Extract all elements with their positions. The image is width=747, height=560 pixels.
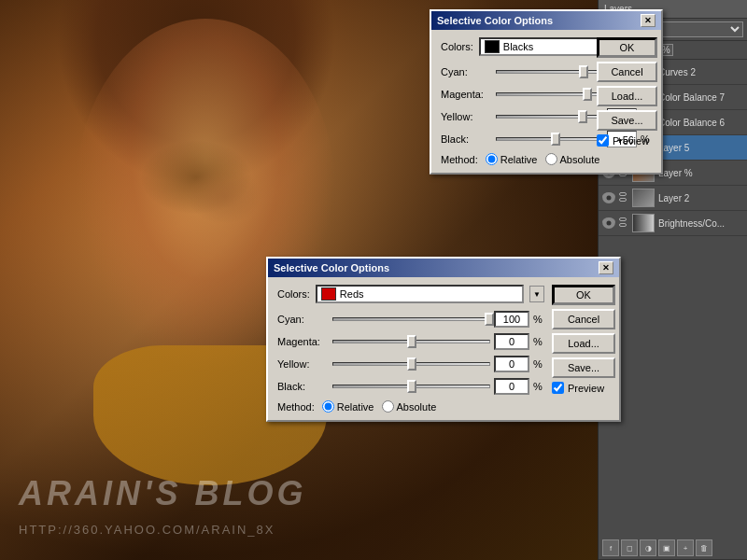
layer-name: Layer 2 bbox=[658, 193, 689, 203]
dialog2-dropdown-arrow[interactable]: ▼ bbox=[529, 286, 544, 302]
dialog1-magenta-thumb[interactable] bbox=[583, 88, 592, 101]
add-mask-btn[interactable]: ◻ bbox=[621, 539, 638, 556]
dialog2-colors-row: Colors: Reds ▼ bbox=[277, 285, 544, 303]
dialog2-black-thumb[interactable] bbox=[407, 380, 416, 393]
dialog2-title: Selective Color Options bbox=[274, 262, 389, 273]
dialog2-black-slider[interactable] bbox=[332, 385, 490, 388]
dialog2-cyan-input[interactable] bbox=[494, 311, 529, 328]
dialog1-absolute-radio[interactable] bbox=[545, 153, 557, 165]
dialog1-colors-label: Colors: bbox=[441, 41, 473, 52]
dialog2-color-name: Reds bbox=[340, 288, 518, 300]
dialog2-color-swatch bbox=[321, 287, 336, 301]
layer-item-layer2[interactable]: Layer 2 bbox=[599, 186, 747, 211]
dialog2-relative-option[interactable]: Relative bbox=[322, 400, 374, 413]
dialog1-method-row: Method: Relative Absolute bbox=[441, 153, 652, 165]
dialog1-titlebar[interactable]: Selective Color Options ✕ bbox=[431, 11, 661, 30]
dialog1-preview-checkbox[interactable] bbox=[597, 134, 609, 147]
dialog1-load-button[interactable]: Load... bbox=[597, 86, 657, 106]
dialog2-magenta-row: Magenta: % bbox=[277, 333, 544, 350]
dialog1-black-label: Black: bbox=[441, 133, 492, 145]
dialog2-yellow-percent: % bbox=[533, 358, 544, 370]
dialog2-magenta-input[interactable] bbox=[494, 333, 529, 350]
dialog1-ok-button[interactable]: OK bbox=[597, 37, 657, 58]
dialog1-magenta-slider[interactable] bbox=[496, 92, 603, 96]
dialog2-preview-checkbox[interactable] bbox=[552, 382, 564, 394]
add-layer-style-btn[interactable]: f bbox=[602, 539, 619, 556]
dialog2-black-label: Black: bbox=[277, 381, 329, 392]
watermark-url: HTTP://360.YAHOO.COM/ARAIN_8X bbox=[19, 523, 275, 537]
dialog2-black-input[interactable] bbox=[494, 378, 529, 395]
dialog1-save-button[interactable]: Save... bbox=[597, 110, 657, 131]
layer-item-brightness[interactable]: Brightness/Co... bbox=[599, 211, 747, 236]
dialog2-ok-button[interactable]: OK bbox=[552, 285, 615, 305]
dialog2-method-row: Method: Relative Absolute bbox=[277, 400, 544, 413]
dialog2-absolute-radio[interactable] bbox=[382, 400, 394, 413]
new-group-btn[interactable]: ▣ bbox=[658, 539, 675, 556]
layer-link-icon bbox=[619, 217, 628, 229]
dialog1-cyan-thumb[interactable] bbox=[579, 65, 588, 78]
layer-name: Layer % bbox=[658, 168, 693, 178]
dialog2-cyan-slider[interactable] bbox=[332, 317, 490, 321]
dialog2-preview-row: Preview bbox=[552, 382, 615, 394]
layer-actions-row: f ◻ ◑ ▣ + 🗑 bbox=[599, 537, 747, 560]
dialog2-cyan-label: Cyan: bbox=[277, 314, 329, 325]
layer-link-icon bbox=[619, 192, 628, 203]
dialog1-buttons: OK Cancel Load... Save... Preview bbox=[597, 37, 657, 150]
dialog1-preview-label: Preview bbox=[613, 135, 649, 147]
dialog1-relative-option[interactable]: Relative bbox=[486, 153, 538, 165]
dialog1-yellow-slider[interactable] bbox=[496, 115, 603, 119]
layer-visibility-icon[interactable] bbox=[602, 192, 615, 203]
dialog1-magenta-label: Magenta: bbox=[441, 89, 492, 100]
dialog2-yellow-label: Yellow: bbox=[277, 358, 329, 370]
dialog2-cyan-thumb[interactable] bbox=[485, 313, 494, 326]
dialog2-magenta-slider[interactable] bbox=[332, 340, 490, 343]
dialog2-yellow-thumb[interactable] bbox=[407, 357, 416, 371]
dialog1-cyan-slider[interactable] bbox=[496, 70, 603, 74]
layer-thumbnail bbox=[632, 189, 655, 207]
dialog1-cancel-button[interactable]: Cancel bbox=[597, 62, 657, 82]
dialog1-relative-radio[interactable] bbox=[486, 153, 498, 165]
dialog2-cyan-row: Cyan: % bbox=[277, 311, 544, 328]
dialog2-yellow-input[interactable] bbox=[494, 356, 529, 372]
dialog1-relative-label: Relative bbox=[500, 154, 538, 165]
dialog1-yellow-label: Yellow: bbox=[441, 111, 492, 122]
dialog1-yellow-thumb[interactable] bbox=[578, 110, 587, 123]
new-adjustment-btn[interactable]: ◑ bbox=[640, 539, 656, 556]
dialog2-absolute-option[interactable]: Absolute bbox=[382, 400, 437, 413]
dialog2-yellow-row: Yellow: % bbox=[277, 356, 544, 372]
selective-color-dialog-reds: Selective Color Options ✕ Colors: Reds ▼… bbox=[266, 257, 621, 422]
dialog1-absolute-option[interactable]: Absolute bbox=[545, 153, 600, 165]
dialog1-absolute-label: Absolute bbox=[560, 154, 600, 165]
layer-name: Curves 2 bbox=[658, 67, 696, 77]
dialog2-close-button[interactable]: ✕ bbox=[599, 261, 613, 274]
dialog1-black-thumb[interactable] bbox=[551, 133, 560, 146]
dialog2-magenta-thumb[interactable] bbox=[407, 335, 416, 348]
dialog2-relative-label: Relative bbox=[337, 401, 374, 413]
dialog2-load-button[interactable]: Load... bbox=[552, 333, 615, 354]
dialog2-titlebar[interactable]: Selective Color Options ✕ bbox=[268, 259, 619, 277]
delete-layer-btn[interactable]: 🗑 bbox=[696, 539, 712, 556]
layer-name: Brightness/Co... bbox=[658, 218, 725, 229]
dialog2-save-button[interactable]: Save... bbox=[552, 357, 615, 378]
dialog2-black-percent: % bbox=[533, 381, 544, 392]
layer-visibility-icon[interactable] bbox=[602, 217, 615, 229]
selective-color-dialog-blacks: Selective Color Options ✕ Colors: Blacks… bbox=[430, 9, 663, 175]
layer-thumbnail bbox=[632, 214, 655, 232]
dialog2-buttons: OK Cancel Load... Save... Preview bbox=[552, 285, 615, 398]
dialog2-relative-radio[interactable] bbox=[322, 400, 334, 413]
dialog2-colors-label: Colors: bbox=[277, 288, 310, 300]
dialog1-black-slider[interactable] bbox=[496, 137, 603, 141]
new-layer-btn[interactable]: + bbox=[677, 539, 694, 556]
dialog1-close-button[interactable]: ✕ bbox=[641, 14, 655, 27]
dialog2-magenta-label: Magenta: bbox=[277, 336, 329, 347]
dialog2-color-dropdown[interactable]: Reds bbox=[316, 285, 524, 303]
layer-name: Color Balance 6 bbox=[658, 118, 725, 128]
layer-name: Color Balance 7 bbox=[658, 92, 725, 103]
dialog2-cyan-percent: % bbox=[533, 314, 544, 325]
dialog1-color-swatch bbox=[485, 40, 500, 53]
dialog2-magenta-percent: % bbox=[533, 336, 544, 347]
dialog2-black-row: Black: % bbox=[277, 378, 544, 395]
dialog2-yellow-slider[interactable] bbox=[332, 362, 490, 366]
dialog2-cancel-button[interactable]: Cancel bbox=[552, 309, 615, 329]
dialog2-absolute-label: Absolute bbox=[397, 401, 437, 413]
